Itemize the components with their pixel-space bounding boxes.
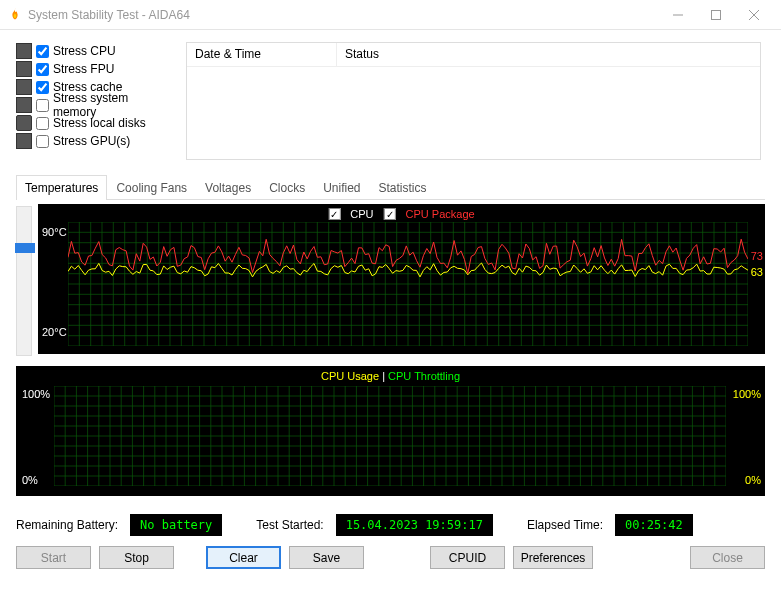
temp-ylabel-top: 90°C xyxy=(42,226,67,238)
stress-checkbox[interactable] xyxy=(36,63,49,76)
stress-item: Stress system memory xyxy=(16,96,174,114)
minimize-button[interactable] xyxy=(659,0,697,30)
stress-icon xyxy=(16,79,32,95)
legend-cpu-checkbox[interactable]: ✓ xyxy=(328,208,340,220)
temp-endval-pkg: 73 xyxy=(751,250,763,262)
stress-icon xyxy=(16,97,32,113)
maximize-button[interactable] xyxy=(697,0,735,30)
stress-item: Stress FPU xyxy=(16,60,174,78)
stress-checkbox[interactable] xyxy=(36,99,49,112)
stress-icon xyxy=(16,115,32,131)
tab-clocks[interactable]: Clocks xyxy=(260,175,314,200)
temp-legend: ✓ CPU ✓ CPU Package xyxy=(328,208,474,220)
temp-plot xyxy=(68,222,748,346)
stop-button[interactable]: Stop xyxy=(99,546,174,569)
app-icon xyxy=(8,8,22,22)
tab-temperatures[interactable]: Temperatures xyxy=(16,175,107,200)
titlebar: System Stability Test - AIDA64 xyxy=(0,0,781,30)
stress-label[interactable]: Stress local disks xyxy=(53,116,146,130)
legend-usage-label: CPU Usage xyxy=(321,370,379,382)
started-label: Test Started: xyxy=(256,518,323,532)
stress-icon xyxy=(16,43,32,59)
save-button[interactable]: Save xyxy=(289,546,364,569)
stress-item: Stress GPU(s) xyxy=(16,132,174,150)
legend-cpu-label: CPU xyxy=(350,208,373,220)
legend-sep: | xyxy=(382,370,385,382)
start-button[interactable]: Start xyxy=(16,546,91,569)
window-title: System Stability Test - AIDA64 xyxy=(28,8,659,22)
stress-icon xyxy=(16,133,32,149)
started-value: 15.04.2023 19:59:17 xyxy=(336,514,493,536)
tab-cooling-fans[interactable]: Cooling Fans xyxy=(107,175,196,200)
stress-label[interactable]: Stress CPU xyxy=(53,44,116,58)
log-col-datetime[interactable]: Date & Time xyxy=(187,43,337,66)
svg-rect-0 xyxy=(712,10,721,19)
stress-item: Stress CPU xyxy=(16,42,174,60)
tab-statistics[interactable]: Statistics xyxy=(370,175,436,200)
log-table: Date & Time Status xyxy=(186,42,761,160)
tab-voltages[interactable]: Voltages xyxy=(196,175,260,200)
stress-label[interactable]: Stress system memory xyxy=(53,91,174,119)
scale-slider-thumb[interactable] xyxy=(15,243,35,253)
usage-graph: CPU Usage | CPU Throttling 100% 0% 100% … xyxy=(16,366,765,496)
usage-legend: CPU Usage | CPU Throttling xyxy=(321,370,460,382)
button-row: Start Stop Clear Save CPUID Preferences … xyxy=(16,546,765,569)
clear-button[interactable]: Clear xyxy=(206,546,281,569)
close-window-button[interactable] xyxy=(735,0,773,30)
stress-checkbox[interactable] xyxy=(36,45,49,58)
usage-plot xyxy=(54,386,726,486)
elapsed-label: Elapsed Time: xyxy=(527,518,603,532)
temp-ylabel-bot: 20°C xyxy=(42,326,67,338)
scale-slider[interactable] xyxy=(16,206,32,356)
close-button[interactable]: Close xyxy=(690,546,765,569)
usage-ylabel-top: 100% xyxy=(22,388,50,400)
legend-cpupkg-checkbox[interactable]: ✓ xyxy=(384,208,396,220)
usage-rlabel-bot: 0% xyxy=(745,474,761,486)
log-col-status[interactable]: Status xyxy=(337,43,387,66)
legend-throttle-label: CPU Throttling xyxy=(388,370,460,382)
battery-value: No battery xyxy=(130,514,222,536)
stress-icon xyxy=(16,61,32,77)
elapsed-value: 00:25:42 xyxy=(615,514,693,536)
stress-label[interactable]: Stress FPU xyxy=(53,62,114,76)
usage-rlabel-top: 100% xyxy=(733,388,761,400)
tab-unified[interactable]: Unified xyxy=(314,175,369,200)
cpuid-button[interactable]: CPUID xyxy=(430,546,505,569)
stress-checkbox[interactable] xyxy=(36,117,49,130)
stress-checkbox[interactable] xyxy=(36,81,49,94)
legend-cpupkg-label: CPU Package xyxy=(406,208,475,220)
preferences-button[interactable]: Preferences xyxy=(513,546,593,569)
stress-options: Stress CPUStress FPUStress cacheStress s… xyxy=(16,42,174,160)
graph-tabs: TemperaturesCooling FansVoltagesClocksUn… xyxy=(16,174,765,200)
temperature-graph: ✓ CPU ✓ CPU Package 90°C 20°C 73 63 xyxy=(38,204,765,354)
usage-ylabel-bot: 0% xyxy=(22,474,38,486)
temp-endval-cpu: 63 xyxy=(751,266,763,278)
stress-checkbox[interactable] xyxy=(36,135,49,148)
battery-label: Remaining Battery: xyxy=(16,518,118,532)
stress-label[interactable]: Stress GPU(s) xyxy=(53,134,130,148)
status-row: Remaining Battery: No battery Test Start… xyxy=(16,514,765,536)
